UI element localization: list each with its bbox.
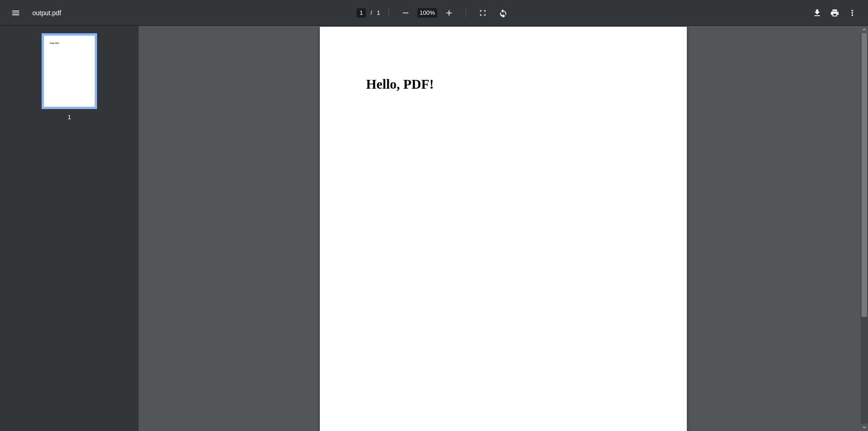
minus-icon [401,8,410,18]
thumbnail-preview-text: Hello, PDF! [50,42,59,44]
filename-label: output.pdf [32,9,61,17]
thumbnail-preview: Hello, PDF! [42,33,97,109]
thumbnail-sidebar: Hello, PDF! 1 [0,26,139,431]
toolbar-right [809,5,861,21]
toolbar-divider [388,9,389,17]
page-number-input[interactable] [357,8,366,18]
plus-icon [444,8,453,18]
rotate-icon [498,8,507,18]
content-area: Hello, PDF! 1 Hello, PDF! [0,26,868,431]
thumbnail-item[interactable]: Hello, PDF! 1 [42,33,97,121]
fit-page-button[interactable] [474,5,491,21]
menu-button[interactable] [7,5,24,21]
more-options-button[interactable] [844,5,861,21]
scrollbar-thumb[interactable] [862,33,867,317]
zoom-out-button[interactable] [397,5,414,21]
page-total-label: 1 [377,9,380,16]
scroll-down-button[interactable] [861,424,868,431]
fit-to-page-icon [478,8,487,18]
zoom-in-button[interactable] [440,5,457,21]
toolbar-divider [465,9,466,17]
zoom-level-input[interactable] [417,8,437,18]
scroll-up-button[interactable] [861,26,868,33]
print-icon [830,8,839,18]
thumbnail-number: 1 [67,114,71,121]
pdf-page: Hello, PDF! [320,27,687,431]
print-button[interactable] [826,5,843,21]
page-separator: / [371,9,373,16]
toolbar-left: output.pdf [7,5,61,21]
vertical-scrollbar[interactable] [861,26,868,431]
main-viewer[interactable]: Hello, PDF! [139,26,868,431]
chevron-down-icon [862,425,866,429]
toolbar-center: / 1 [357,5,512,21]
chevron-up-icon [862,28,866,31]
download-icon [813,8,822,18]
hamburger-icon [11,8,20,18]
rotate-button[interactable] [495,5,511,21]
download-button[interactable] [809,5,825,21]
pdf-toolbar: output.pdf / 1 [0,0,868,26]
page-text-content: Hello, PDF! [366,77,434,92]
more-vert-icon [848,8,857,18]
